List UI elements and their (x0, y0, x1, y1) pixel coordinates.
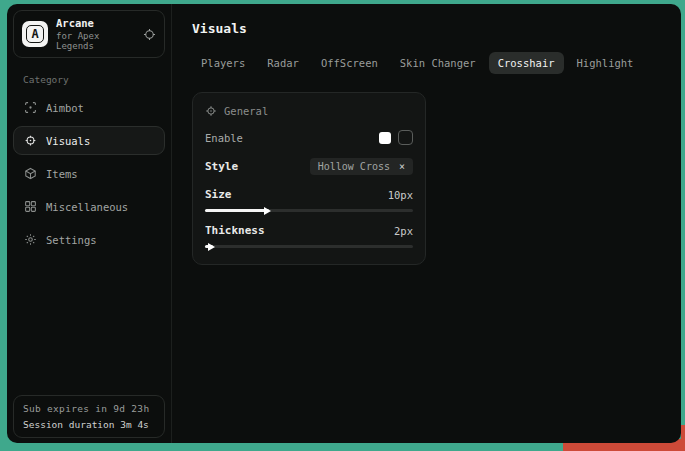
sidebar-item-label: Settings (46, 234, 97, 246)
background-red-edge (681, 425, 685, 451)
tab-bar: Players Radar OffScreen Skin Changer Cro… (192, 52, 661, 74)
style-row: Style Hollow Cross × (205, 158, 413, 175)
sidebar-item-label: Visuals (46, 135, 90, 147)
sidebar-item-items[interactable]: Items (13, 159, 165, 188)
app-logo-letter: A (26, 25, 43, 43)
size-row: Size 10px (205, 188, 413, 212)
tab-players[interactable]: Players (192, 52, 254, 74)
sidebar-item-visuals[interactable]: Visuals (13, 126, 165, 155)
close-icon[interactable]: × (399, 162, 405, 172)
size-value: 10px (388, 189, 413, 201)
crosshair-icon (24, 134, 37, 147)
main-content: Visuals Players Radar OffScreen Skin Cha… (172, 4, 681, 443)
app-brand-text: Arcane for Apex Legends (56, 17, 135, 51)
sidebar: A Arcane for Apex Legends Category (7, 4, 172, 443)
app-window: A Arcane for Apex Legends Category (7, 4, 681, 443)
subscription-info: Sub expires in 9d 23h Session duration 3… (13, 395, 165, 438)
tab-offscreen[interactable]: OffScreen (312, 52, 387, 74)
size-slider[interactable] (205, 209, 413, 212)
desktop-background: A Arcane for Apex Legends Category (0, 0, 685, 451)
enable-checkbox[interactable] (379, 132, 391, 144)
tab-radar[interactable]: Radar (258, 52, 308, 74)
thickness-value: 2px (394, 225, 413, 237)
gear-icon (24, 233, 37, 246)
sidebar-item-settings[interactable]: Settings (13, 225, 165, 254)
tab-crosshair[interactable]: Crosshair (489, 52, 564, 74)
page-title: Visuals (192, 21, 661, 36)
enable-keybind-box[interactable] (398, 130, 413, 145)
enable-controls (379, 130, 413, 145)
thickness-row: Thickness 2px (205, 224, 413, 248)
app-name: Arcane (56, 17, 135, 29)
sidebar-item-aimbot[interactable]: Aimbot (13, 93, 165, 122)
app-brand: A Arcane for Apex Legends (13, 10, 165, 58)
tab-skin-changer[interactable]: Skin Changer (391, 52, 485, 74)
box-icon (24, 167, 37, 180)
tab-highlight[interactable]: Highlight (568, 52, 643, 74)
style-value: Hollow Cross (318, 161, 390, 172)
sidebar-item-label: Miscellaneous (46, 201, 128, 213)
thickness-slider[interactable] (205, 245, 413, 248)
thickness-slider-thumb[interactable] (208, 243, 215, 251)
enable-label: Enable (205, 132, 243, 144)
sidebar-spacer (13, 256, 165, 395)
sidebar-item-label: Aimbot (46, 102, 84, 114)
style-label: Style (205, 160, 238, 173)
enable-row: Enable (205, 130, 413, 145)
session-duration-text: Session duration 3m 4s (23, 419, 155, 430)
style-dropdown[interactable]: Hollow Cross × (310, 158, 413, 175)
scan-icon (24, 101, 37, 114)
thickness-label: Thickness (205, 224, 265, 237)
app-subtitle: for Apex Legends (56, 31, 135, 51)
size-slider-thumb[interactable] (264, 207, 271, 215)
sidebar-nav: Aimbot Visuals (13, 91, 165, 256)
target-icon[interactable] (143, 28, 156, 41)
app-logo: A (22, 21, 48, 47)
crosshair-icon (205, 105, 217, 117)
general-panel: General Enable Style Hollow Cross × (192, 92, 426, 265)
sidebar-item-label: Items (46, 168, 78, 180)
grid-icon (24, 200, 37, 213)
general-panel-header: General (205, 105, 413, 117)
category-label: Category (23, 74, 155, 85)
size-label: Size (205, 188, 232, 201)
sidebar-item-miscellaneous[interactable]: Miscellaneous (13, 192, 165, 221)
sub-expires-text: Sub expires in 9d 23h (23, 403, 155, 414)
general-panel-title: General (224, 105, 268, 117)
